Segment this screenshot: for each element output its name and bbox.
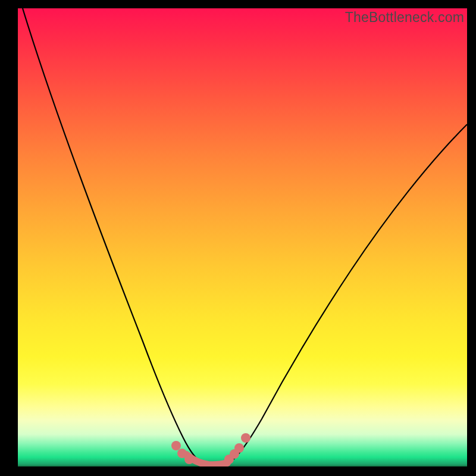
right-curve — [214, 124, 467, 465]
marker-dot — [234, 443, 244, 453]
marker-dot — [241, 433, 250, 443]
chart-plot-area — [18, 8, 467, 466]
marker-dot — [171, 441, 181, 450]
chart-svg — [18, 8, 467, 466]
left-curve — [23, 8, 214, 465]
marker-dot — [184, 455, 194, 464]
watermark-text: TheBottleneck.com — [345, 10, 464, 26]
